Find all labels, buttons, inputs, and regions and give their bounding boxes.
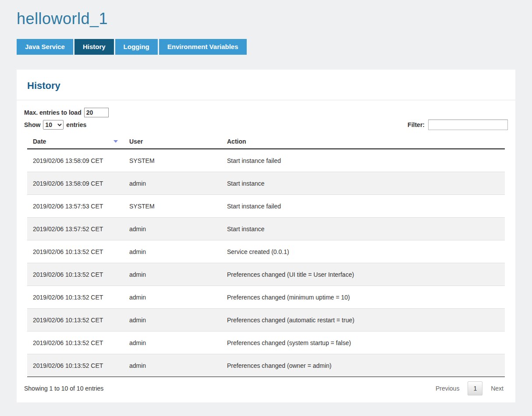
history-panel: History Max. entries to load Show 10 ent…: [17, 70, 515, 402]
tab-bar: Java Service History Logging Environment…: [17, 39, 515, 55]
cell-action: Preferences changed (UI title = User Int…: [221, 263, 505, 286]
page-number-button[interactable]: 1: [468, 381, 482, 395]
table-controls: Max. entries to load Show 10 entries Fil…: [17, 100, 515, 134]
table-row: 2019/02/06 13:58:09 CET SYSTEM Start ins…: [27, 149, 505, 172]
cell-user: admin: [124, 309, 221, 331]
cell-user: SYSTEM: [124, 149, 221, 172]
cell-action: Preferences changed (system startup = fa…: [221, 331, 505, 354]
table-row: 2019/02/06 10:13:52 CET admin Service cr…: [27, 240, 505, 263]
column-header-date[interactable]: Date: [27, 134, 124, 149]
show-entries-row: Show 10 entries Filter:: [24, 120, 508, 130]
table-row: 2019/02/06 10:13:52 CET admin Preference…: [27, 354, 505, 377]
page-title: helloworld_1: [17, 0, 515, 28]
history-table-head: Date User Action: [27, 134, 505, 149]
cell-action: Start instance failed: [221, 195, 505, 218]
table-row: 2019/02/06 10:13:52 CET admin Preference…: [27, 309, 505, 331]
filter-input[interactable]: [428, 120, 508, 130]
tab-java-service[interactable]: Java Service: [17, 39, 73, 55]
column-header-action[interactable]: Action: [221, 134, 505, 149]
cell-date: 2019/02/06 10:13:52 CET: [27, 354, 124, 377]
column-header-user[interactable]: User: [124, 134, 221, 149]
header-row: Date User Action: [27, 134, 505, 149]
table-row: 2019/02/06 10:13:52 CET admin Preference…: [27, 263, 505, 286]
cell-user: SYSTEM: [124, 195, 221, 218]
table-row: 2019/02/06 13:57:52 CET admin Start inst…: [27, 218, 505, 240]
sort-descending-icon: [113, 140, 118, 143]
cell-date: 2019/02/06 10:13:52 CET: [27, 240, 124, 263]
column-header-user-label: User: [129, 138, 143, 145]
show-label: Show: [24, 121, 40, 128]
page-container: helloworld_1 Java Service History Loggin…: [0, 0, 532, 402]
cell-user: admin: [124, 263, 221, 286]
entries-summary: Showing 1 to 10 of 10 entries: [24, 385, 103, 392]
cell-date: 2019/02/06 13:57:53 CET: [27, 195, 124, 218]
cell-user: admin: [124, 331, 221, 354]
max-entries-input[interactable]: [84, 108, 109, 117]
previous-page-button[interactable]: Previous: [431, 382, 464, 395]
column-header-date-label: Date: [33, 138, 46, 145]
cell-action: Start instance failed: [221, 149, 505, 172]
max-entries-label: Max. entries to load: [24, 109, 82, 116]
entries-label: entries: [66, 121, 86, 128]
filter-label: Filter:: [408, 121, 425, 128]
tab-history[interactable]: History: [74, 39, 114, 55]
cell-action: Service created (0.0.1): [221, 240, 505, 263]
tab-environment-variables[interactable]: Environment Variables: [159, 39, 247, 55]
cell-user: admin: [124, 286, 221, 309]
page-length-select[interactable]: 10: [43, 120, 64, 130]
cell-action: Preferences changed (automatic restart =…: [221, 309, 505, 331]
table-row: 2019/02/06 10:13:52 CET admin Preference…: [27, 331, 505, 354]
next-page-button[interactable]: Next: [486, 382, 508, 395]
cell-action: Start instance: [221, 218, 505, 240]
table-footer: Showing 1 to 10 of 10 entries Previous 1…: [17, 377, 515, 402]
history-table-body: 2019/02/06 13:58:09 CET SYSTEM Start ins…: [27, 149, 505, 377]
cell-user: admin: [124, 218, 221, 240]
cell-date: 2019/02/06 10:13:52 CET: [27, 286, 124, 309]
cell-user: admin: [124, 354, 221, 377]
cell-user: admin: [124, 240, 221, 263]
table-row: 2019/02/06 13:57:53 CET SYSTEM Start ins…: [27, 195, 505, 218]
table-row: 2019/02/06 10:13:52 CET admin Preference…: [27, 286, 505, 309]
cell-date: 2019/02/06 13:57:52 CET: [27, 218, 124, 240]
column-header-action-label: Action: [227, 138, 246, 145]
cell-action: Preferences changed (minimum uptime = 10…: [221, 286, 505, 309]
pagination: Previous 1 Next: [431, 381, 508, 395]
tab-logging[interactable]: Logging: [115, 39, 158, 55]
cell-date: 2019/02/06 10:13:52 CET: [27, 309, 124, 331]
history-table-wrap: Date User Action 2019/02/06 13:58:09 CET…: [27, 134, 505, 377]
max-entries-row: Max. entries to load: [24, 107, 508, 118]
cell-action: Preferences changed (owner = admin): [221, 354, 505, 377]
cell-date: 2019/02/06 10:13:52 CET: [27, 331, 124, 354]
panel-heading: History: [27, 80, 505, 92]
table-row: 2019/02/06 13:58:09 CET admin Start inst…: [27, 172, 505, 195]
cell-date: 2019/02/06 13:58:09 CET: [27, 149, 124, 172]
cell-date: 2019/02/06 13:58:09 CET: [27, 172, 124, 195]
cell-user: admin: [124, 172, 221, 195]
history-table: Date User Action 2019/02/06 13:58:09 CET…: [27, 134, 505, 377]
cell-date: 2019/02/06 10:13:52 CET: [27, 263, 124, 286]
history-panel-header: History: [17, 70, 515, 100]
cell-action: Start instance: [221, 172, 505, 195]
